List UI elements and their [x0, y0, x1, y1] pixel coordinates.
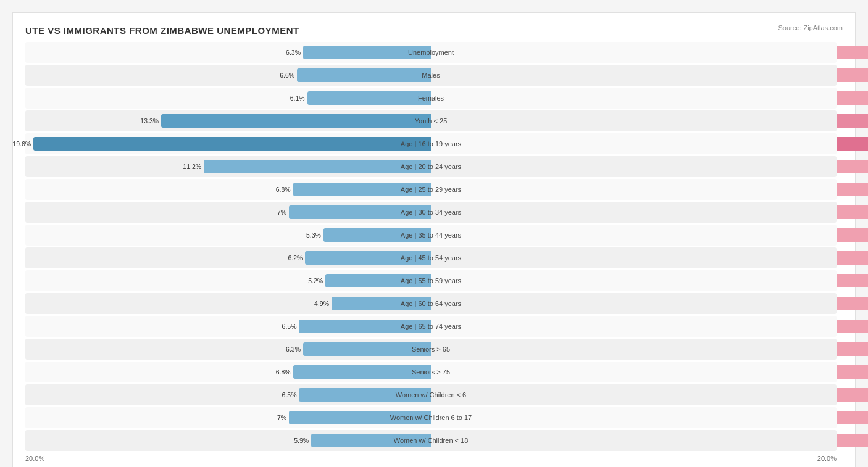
x-axis-right: 20.0%: [431, 455, 837, 462]
chart-row: 6.3% Seniors > 65 5%: [25, 339, 837, 360]
chart-area: 6.3% Unemployment 4.9% 6.6% Males 4.9%: [25, 42, 837, 451]
chart-row: 19.6% Age | 16 to 19 years 16.3%: [25, 133, 837, 154]
chart-row: 6.8% Seniors > 75 9%: [25, 362, 837, 382]
chart-title: UTE VS IMMIGRANTS FROM ZIMBABWE UNEMPLOY…: [25, 25, 837, 36]
chart-row: 6.1% Females 4.9%: [25, 88, 837, 109]
chart-row: 5.9% Women w/ Children < 18 5.2%: [25, 430, 837, 451]
x-axis: 20.0% 20.0%: [25, 455, 837, 462]
chart-row: 5.3% Age | 35 to 44 years 4.3%: [25, 225, 837, 246]
chart-row: 4.9% Age | 60 to 64 years 4.6%: [25, 293, 837, 314]
chart-row: 6.6% Males 4.9%: [25, 65, 837, 86]
chart-row: 7% Age | 30 to 34 years 5.1%: [25, 202, 837, 223]
chart-row: 6.3% Unemployment 4.9%: [25, 42, 837, 63]
chart-container: UTE VS IMMIGRANTS FROM ZIMBABWE UNEMPLOY…: [12, 12, 856, 467]
chart-row: 5.2% Age | 55 to 59 years 4.5%: [25, 270, 837, 291]
chart-row: 6.8% Age | 25 to 29 years 6.1%: [25, 179, 837, 200]
chart-row: 7% Women w/ Children 6 to 17 8%: [25, 407, 837, 428]
chart-row: 6.5% Age | 65 to 74 years 5.1%: [25, 316, 837, 337]
x-axis-left: 20.0%: [25, 455, 431, 462]
chart-row: 13.3% Youth < 25 10.8%: [25, 110, 837, 131]
source-label: Source: ZipAtlas.com: [778, 24, 843, 31]
chart-row: 11.2% Age | 20 to 24 years 9.5%: [25, 156, 837, 177]
chart-row: 6.2% Age | 45 to 54 years 4.2%: [25, 247, 837, 268]
chart-row: 6.5% Women w/ Children < 6 7.1%: [25, 384, 837, 405]
